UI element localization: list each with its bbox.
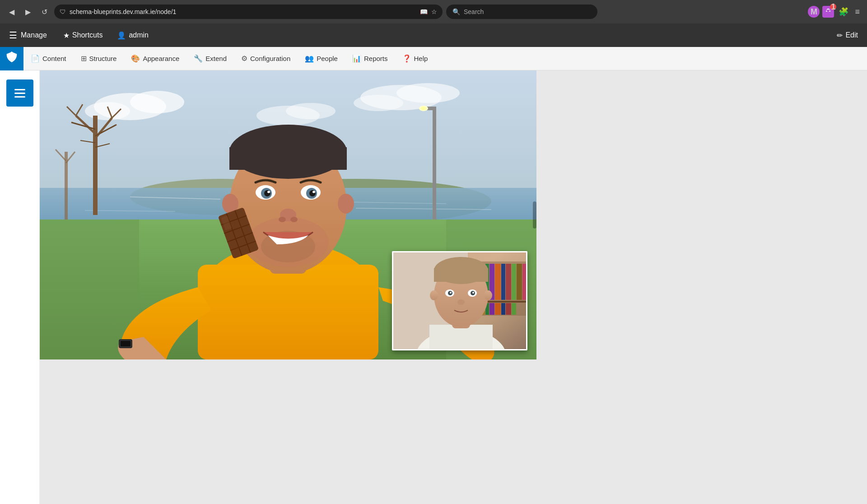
browser-menu-icon[interactable]: ≡ <box>853 5 862 19</box>
svg-rect-77 <box>506 264 511 300</box>
forward-button[interactable]: ▶ <box>22 5 34 18</box>
svg-point-3 <box>85 102 130 120</box>
browser-toolbar: M 1 🧩 ≡ <box>808 5 862 19</box>
extend-label: Extend <box>205 55 227 62</box>
svg-point-104 <box>457 299 465 305</box>
thumbnail-svg <box>393 252 527 350</box>
structure-label: Structure <box>89 55 117 62</box>
svg-rect-93 <box>429 325 493 350</box>
shortcuts-label: Shortcuts <box>72 31 103 39</box>
scroll-indicator[interactable] <box>533 201 536 229</box>
svg-rect-87 <box>495 303 501 315</box>
profile-badge-m[interactable]: M <box>808 6 820 18</box>
menu-icon: ☰ <box>9 30 17 41</box>
svg-rect-67 <box>120 341 131 347</box>
refresh-button[interactable]: ↺ <box>38 5 51 18</box>
hamburger-line-1 <box>14 89 25 90</box>
nav-structure[interactable]: ⊞ Structure <box>74 47 124 70</box>
svg-rect-90 <box>512 303 516 315</box>
svg-rect-75 <box>495 264 501 300</box>
nav-content[interactable]: 📄 Content <box>23 47 74 70</box>
structure-icon: ⊞ <box>81 54 87 63</box>
star-icon: ★ <box>63 31 70 40</box>
extensions-icon[interactable]: 🧩 <box>837 5 850 19</box>
hamburger-line-3 <box>14 96 25 98</box>
shield-icon: 🛡 <box>60 8 66 15</box>
bookmark-icon: ☆ <box>431 8 437 15</box>
nav-people[interactable]: 👥 People <box>298 47 345 70</box>
people-label: People <box>317 55 338 62</box>
svg-rect-38 <box>198 265 378 359</box>
admin-toolbar-right: ✏ Edit <box>828 23 867 47</box>
video-thumbnail <box>392 251 527 350</box>
nav-help[interactable]: ❓ Help <box>395 47 435 70</box>
refresh-icon: ↺ <box>42 8 47 16</box>
svg-point-57 <box>338 194 354 214</box>
back-icon: ◀ <box>9 8 14 16</box>
shortcuts-button[interactable]: ★ Shortcuts <box>56 23 110 47</box>
svg-rect-79 <box>517 264 522 300</box>
nav-reports[interactable]: 📊 Reports <box>345 47 395 70</box>
svg-rect-88 <box>501 303 505 315</box>
browser-chrome: ◀ ▶ ↺ 🛡 schema-blueprints.dev.mark.ie/no… <box>0 0 867 23</box>
svg-rect-78 <box>512 264 516 300</box>
people-icon: 👥 <box>305 54 314 63</box>
nav-extend[interactable]: 🔧 Extend <box>186 47 234 70</box>
svg-rect-97 <box>434 268 488 282</box>
content-area <box>40 70 867 504</box>
svg-point-5 <box>396 83 460 103</box>
hero-image <box>40 70 536 359</box>
svg-rect-19 <box>433 107 436 219</box>
svg-rect-86 <box>489 303 494 315</box>
search-icon: 🔍 <box>452 8 460 15</box>
svg-point-22 <box>421 107 426 110</box>
help-label: Help <box>414 55 428 62</box>
help-icon: ❓ <box>402 54 411 63</box>
browser-search-bar[interactable]: 🔍 Search <box>446 5 597 19</box>
address-bar[interactable]: 🛡 schema-blueprints.dev.mark.ie/node/1 📖… <box>54 5 443 19</box>
svg-point-6 <box>354 95 403 111</box>
appearance-icon: 🎨 <box>131 54 140 63</box>
svg-rect-42 <box>229 147 347 170</box>
svg-point-106 <box>484 290 492 300</box>
user-icon: 👤 <box>117 31 126 40</box>
svg-rect-89 <box>506 303 511 315</box>
content-label: Content <box>42 55 66 62</box>
manage-button[interactable]: ☰ Manage <box>0 23 56 47</box>
edit-button[interactable]: ✏ Edit <box>828 23 867 47</box>
drupal-logo-icon <box>5 51 19 66</box>
svg-point-102 <box>450 292 452 294</box>
content-icon: 📄 <box>31 54 40 63</box>
pencil-icon: ✏ <box>837 31 843 40</box>
svg-point-52 <box>312 191 315 193</box>
reports-label: Reports <box>364 55 388 62</box>
nav-appearance[interactable]: 🎨 Appearance <box>124 47 186 70</box>
admin-label: admin <box>129 31 149 39</box>
profile-initial: M <box>809 5 819 19</box>
svg-point-54 <box>279 217 286 222</box>
extend-icon: 🔧 <box>194 54 203 63</box>
profile-counter[interactable]: 1 <box>822 6 834 18</box>
svg-rect-23 <box>93 116 98 215</box>
reader-icon: 📖 <box>420 8 428 15</box>
svg-point-8 <box>286 103 336 119</box>
reports-icon: 📊 <box>352 54 361 63</box>
notification-badge: 1 <box>830 4 836 10</box>
url-text: schema-blueprints.dev.mark.ie/node/1 <box>70 8 416 15</box>
back-button[interactable]: ◀ <box>5 5 18 18</box>
sidebar-menu-button[interactable] <box>6 79 33 107</box>
admin-toolbar-left: ☰ Manage ★ Shortcuts 👤 admin <box>0 23 156 47</box>
admin-toolbar: ☰ Manage ★ Shortcuts 👤 admin ✏ Edit <box>0 23 867 47</box>
admin-user-button[interactable]: 👤 admin <box>110 23 156 47</box>
nav-configuration[interactable]: ⚙ Configuration <box>234 47 298 70</box>
notification-count: 1 <box>829 0 837 14</box>
appearance-label: Appearance <box>143 55 179 62</box>
drupal-logo[interactable] <box>0 47 23 70</box>
nav-items: 📄 Content ⊞ Structure 🎨 Appearance 🔧 Ext… <box>23 47 867 70</box>
configuration-icon: ⚙ <box>241 54 247 63</box>
forward-icon: ▶ <box>25 8 31 16</box>
hamburger-line-2 <box>14 93 25 94</box>
svg-point-55 <box>290 217 298 222</box>
manage-label: Manage <box>21 31 47 39</box>
svg-rect-76 <box>501 264 505 300</box>
